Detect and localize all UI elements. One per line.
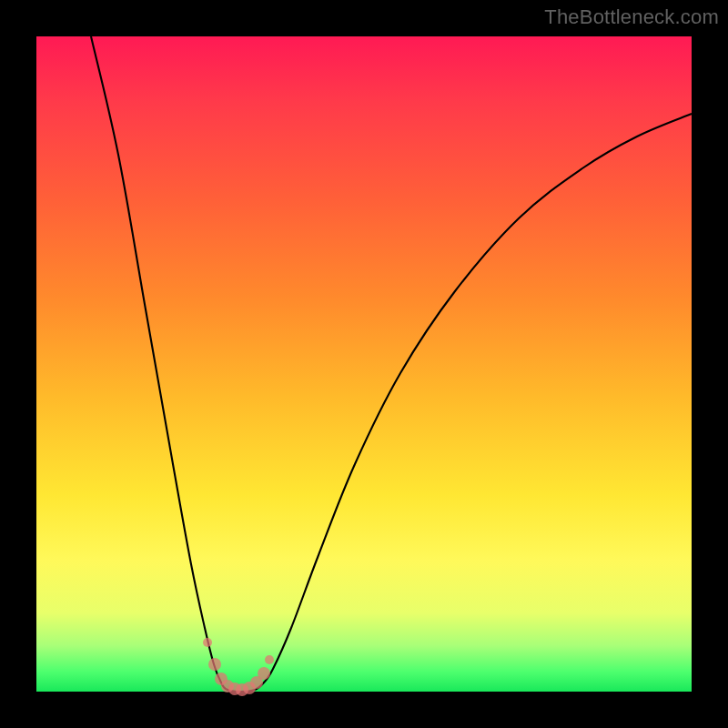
outer-frame: TheBottleneck.com — [0, 0, 728, 728]
bottleneck-curve — [91, 36, 692, 692]
curve-marker — [258, 667, 270, 680]
curve-svg — [36, 36, 692, 692]
curve-marker — [203, 638, 212, 647]
curve-marker-group — [203, 638, 274, 696]
plot-area — [36, 36, 692, 692]
curve-marker — [208, 658, 221, 671]
curve-marker — [265, 655, 274, 664]
watermark-text: TheBottleneck.com — [544, 5, 719, 29]
